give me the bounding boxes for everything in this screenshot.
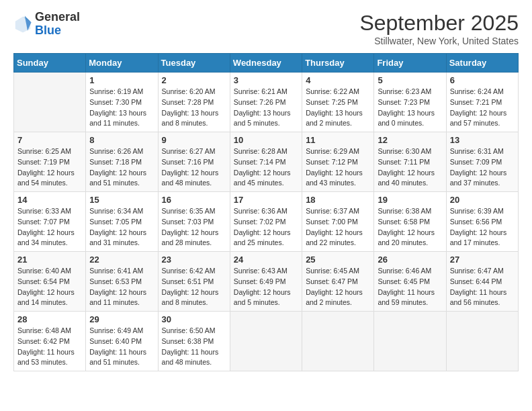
- calendar-cell: 20Sunrise: 6:39 AMSunset: 6:56 PMDayligh…: [446, 192, 518, 252]
- day-info: Sunrise: 6:37 AMSunset: 7:00 PMDaylight:…: [306, 206, 370, 248]
- column-header-friday: Friday: [374, 54, 446, 73]
- day-info: Sunrise: 6:31 AMSunset: 7:09 PMDaylight:…: [450, 146, 515, 189]
- day-info: Sunrise: 6:47 AMSunset: 6:44 PMDaylight:…: [450, 266, 515, 308]
- calendar-cell: 15Sunrise: 6:34 AMSunset: 7:05 PMDayligh…: [86, 192, 158, 252]
- calendar-cell: [374, 312, 446, 371]
- day-info: Sunrise: 6:40 AMSunset: 6:54 PMDaylight:…: [17, 266, 82, 308]
- day-info: Sunrise: 6:50 AMSunset: 6:38 PMDaylight:…: [162, 326, 226, 368]
- day-number: 20: [450, 195, 515, 205]
- day-number: 13: [450, 135, 515, 145]
- day-number: 22: [89, 255, 154, 265]
- day-info: Sunrise: 6:21 AMSunset: 7:26 PMDaylight:…: [234, 87, 298, 129]
- day-info: Sunrise: 6:26 AMSunset: 7:18 PMDaylight:…: [89, 146, 154, 189]
- day-number: 11: [306, 135, 370, 145]
- day-number: 26: [378, 255, 442, 265]
- day-number: 16: [162, 195, 226, 205]
- day-info: Sunrise: 6:20 AMSunset: 7:28 PMDaylight:…: [162, 87, 226, 129]
- day-info: Sunrise: 6:41 AMSunset: 6:53 PMDaylight:…: [89, 266, 154, 308]
- calendar-week-row: 7Sunrise: 6:25 AMSunset: 7:19 PMDaylight…: [14, 132, 519, 192]
- day-number: 5: [378, 75, 442, 85]
- calendar-cell: 30Sunrise: 6:50 AMSunset: 6:38 PMDayligh…: [158, 312, 230, 371]
- calendar-cell: 19Sunrise: 6:38 AMSunset: 6:58 PMDayligh…: [374, 192, 446, 252]
- day-number: 28: [17, 314, 82, 324]
- calendar-cell: 3Sunrise: 6:21 AMSunset: 7:26 PMDaylight…: [230, 73, 302, 132]
- calendar-cell: 12Sunrise: 6:30 AMSunset: 7:11 PMDayligh…: [374, 132, 446, 192]
- calendar-cell: 21Sunrise: 6:40 AMSunset: 6:54 PMDayligh…: [14, 252, 86, 312]
- day-info: Sunrise: 6:29 AMSunset: 7:12 PMDaylight:…: [306, 146, 370, 189]
- day-number: 1: [89, 75, 154, 85]
- calendar-cell: 29Sunrise: 6:49 AMSunset: 6:40 PMDayligh…: [86, 312, 158, 371]
- day-info: Sunrise: 6:27 AMSunset: 7:16 PMDaylight:…: [162, 146, 226, 189]
- day-number: 10: [234, 135, 298, 145]
- calendar-cell: [14, 73, 86, 132]
- calendar-cell: 18Sunrise: 6:37 AMSunset: 7:00 PMDayligh…: [302, 192, 374, 252]
- day-number: 9: [162, 135, 226, 145]
- day-number: 18: [306, 195, 370, 205]
- calendar-week-row: 14Sunrise: 6:33 AMSunset: 7:07 PMDayligh…: [14, 192, 519, 252]
- day-info: Sunrise: 6:35 AMSunset: 7:03 PMDaylight:…: [162, 206, 226, 248]
- column-header-wednesday: Wednesday: [230, 54, 302, 73]
- calendar-cell: 14Sunrise: 6:33 AMSunset: 7:07 PMDayligh…: [14, 192, 86, 252]
- day-info: Sunrise: 6:24 AMSunset: 7:21 PMDaylight:…: [450, 87, 515, 129]
- day-info: Sunrise: 6:46 AMSunset: 6:45 PMDaylight:…: [378, 266, 442, 308]
- calendar-cell: 6Sunrise: 6:24 AMSunset: 7:21 PMDaylight…: [446, 73, 518, 132]
- day-number: 4: [306, 75, 370, 85]
- calendar-cell: 4Sunrise: 6:22 AMSunset: 7:25 PMDaylight…: [302, 73, 374, 132]
- day-info: Sunrise: 6:30 AMSunset: 7:11 PMDaylight:…: [378, 146, 442, 189]
- day-number: 24: [234, 255, 298, 265]
- calendar-cell: 2Sunrise: 6:20 AMSunset: 7:28 PMDaylight…: [158, 73, 230, 132]
- calendar-cell: 24Sunrise: 6:43 AMSunset: 6:49 PMDayligh…: [230, 252, 302, 312]
- calendar-week-row: 28Sunrise: 6:48 AMSunset: 6:42 PMDayligh…: [14, 312, 519, 371]
- calendar-table: SundayMondayTuesdayWednesdayThursdayFrid…: [13, 53, 519, 371]
- day-info: Sunrise: 6:33 AMSunset: 7:07 PMDaylight:…: [17, 206, 82, 248]
- day-number: 2: [162, 75, 226, 85]
- day-number: 21: [17, 255, 82, 265]
- location-subtitle: Stillwater, New York, United States: [359, 36, 519, 46]
- day-info: Sunrise: 6:42 AMSunset: 6:51 PMDaylight:…: [162, 266, 226, 308]
- column-header-thursday: Thursday: [302, 54, 374, 73]
- day-info: Sunrise: 6:28 AMSunset: 7:14 PMDaylight:…: [234, 146, 298, 189]
- day-info: Sunrise: 6:36 AMSunset: 7:02 PMDaylight:…: [234, 206, 298, 248]
- calendar-cell: 23Sunrise: 6:42 AMSunset: 6:51 PMDayligh…: [158, 252, 230, 312]
- calendar-week-row: 1Sunrise: 6:19 AMSunset: 7:30 PMDaylight…: [14, 73, 519, 132]
- calendar-cell: 16Sunrise: 6:35 AMSunset: 7:03 PMDayligh…: [158, 192, 230, 252]
- calendar-cell: 11Sunrise: 6:29 AMSunset: 7:12 PMDayligh…: [302, 132, 374, 192]
- calendar-cell: [446, 312, 518, 371]
- day-info: Sunrise: 6:39 AMSunset: 6:56 PMDaylight:…: [450, 206, 515, 248]
- day-info: Sunrise: 6:22 AMSunset: 7:25 PMDaylight:…: [306, 87, 370, 129]
- calendar-header-row: SundayMondayTuesdayWednesdayThursdayFrid…: [14, 54, 519, 73]
- logo-general-text: General: [35, 10, 80, 24]
- calendar-cell: 13Sunrise: 6:31 AMSunset: 7:09 PMDayligh…: [446, 132, 518, 192]
- calendar-cell: 5Sunrise: 6:23 AMSunset: 7:23 PMDaylight…: [374, 73, 446, 132]
- day-info: Sunrise: 6:38 AMSunset: 6:58 PMDaylight:…: [378, 206, 442, 248]
- calendar-cell: 8Sunrise: 6:26 AMSunset: 7:18 PMDaylight…: [86, 132, 158, 192]
- day-number: 29: [89, 314, 154, 324]
- day-info: Sunrise: 6:48 AMSunset: 6:42 PMDaylight:…: [17, 326, 82, 368]
- day-number: 12: [378, 135, 442, 145]
- calendar-cell: 26Sunrise: 6:46 AMSunset: 6:45 PMDayligh…: [374, 252, 446, 312]
- calendar-cell: [302, 312, 374, 371]
- day-number: 23: [162, 255, 226, 265]
- day-number: 14: [17, 195, 82, 205]
- day-info: Sunrise: 6:25 AMSunset: 7:19 PMDaylight:…: [17, 146, 82, 189]
- day-number: 15: [89, 195, 154, 205]
- column-header-monday: Monday: [86, 54, 158, 73]
- calendar-cell: 22Sunrise: 6:41 AMSunset: 6:53 PMDayligh…: [86, 252, 158, 312]
- day-number: 6: [450, 75, 515, 85]
- month-title: September 2025: [359, 11, 519, 36]
- day-info: Sunrise: 6:45 AMSunset: 6:47 PMDaylight:…: [306, 266, 370, 308]
- logo-blue-text: Blue: [35, 24, 61, 37]
- day-number: 3: [234, 75, 298, 85]
- day-number: 7: [17, 135, 82, 145]
- calendar-cell: 1Sunrise: 6:19 AMSunset: 7:30 PMDaylight…: [86, 73, 158, 132]
- day-info: Sunrise: 6:23 AMSunset: 7:23 PMDaylight:…: [378, 87, 442, 129]
- day-number: 19: [378, 195, 442, 205]
- logo: General Blue: [13, 11, 80, 38]
- day-number: 17: [234, 195, 298, 205]
- title-block: September 2025 Stillwater, New York, Uni…: [359, 11, 519, 46]
- day-number: 30: [162, 314, 226, 324]
- day-number: 25: [306, 255, 370, 265]
- day-info: Sunrise: 6:49 AMSunset: 6:40 PMDaylight:…: [89, 326, 154, 368]
- day-number: 27: [450, 255, 515, 265]
- logo-icon: [13, 15, 32, 34]
